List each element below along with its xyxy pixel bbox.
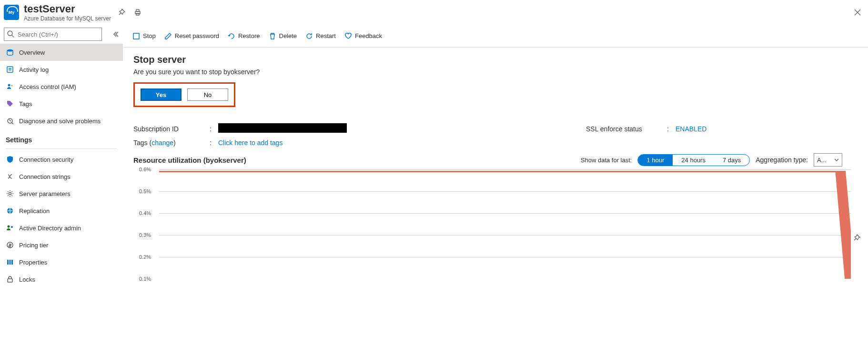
feedback-button[interactable]: Feedback <box>344 32 382 40</box>
restart-button[interactable]: Restart <box>305 32 336 40</box>
properties-icon <box>6 258 14 266</box>
activity-log-icon <box>6 65 14 74</box>
globe-icon <box>6 206 14 215</box>
sidebar-item-label: Properties <box>19 259 47 266</box>
yes-button[interactable]: Yes <box>141 88 182 101</box>
sidebar-group-settings: Settings <box>0 129 123 147</box>
reset-password-button[interactable]: Reset password <box>164 32 219 40</box>
dialog-title: Stop server <box>133 54 858 65</box>
print-icon[interactable] <box>132 7 143 18</box>
sidebar-item-ad-admin[interactable]: Active Directory admin <box>0 219 123 236</box>
sidebar-item-label: Replication <box>19 207 50 215</box>
time-range-pills: 1 hour 24 hours 7 days <box>637 154 750 166</box>
ytick: 0.5% <box>139 188 151 194</box>
ad-admin-icon <box>6 224 14 232</box>
svg-rect-17 <box>8 279 12 282</box>
svg-rect-18 <box>133 33 139 39</box>
add-tags-link[interactable]: Click here to add tags <box>218 139 283 147</box>
svg-rect-1 <box>136 10 139 11</box>
sidebar-item-label: Server parameters <box>19 190 71 197</box>
no-button[interactable]: No <box>187 88 228 101</box>
page-title: testServer <box>24 3 111 15</box>
sidebar-item-locks[interactable]: Locks <box>0 271 123 288</box>
heart-icon <box>344 32 352 40</box>
tool-label: Reset password <box>175 32 219 39</box>
sidebar-item-label: Pricing tier <box>19 242 48 249</box>
search-icon <box>7 30 14 38</box>
ssl-status-link[interactable]: ENABLED <box>676 125 707 133</box>
tool-label: Stop <box>143 32 156 39</box>
mysql-logo-icon: My <box>4 5 19 20</box>
page-header: My testServer Azure Database for MySQL s… <box>0 0 868 25</box>
tool-label: Restart <box>316 32 336 39</box>
close-icon[interactable] <box>852 7 863 18</box>
sidebar-item-pricing-tier[interactable]: Pricing tier <box>0 236 123 254</box>
svg-point-12 <box>11 226 13 228</box>
sidebar-item-properties[interactable]: Properties <box>0 254 123 271</box>
svg-rect-5 <box>7 67 13 72</box>
sidebar-item-label: Activity log <box>19 66 49 73</box>
restore-button[interactable]: Restore <box>228 32 260 40</box>
edit-icon <box>164 32 172 40</box>
restart-icon <box>305 32 313 40</box>
chevron-down-icon <box>834 157 839 162</box>
sidebar-item-tags[interactable]: Tags <box>0 95 123 112</box>
overview-icon <box>6 48 14 57</box>
ytick: 0.1% <box>139 276 151 282</box>
prop-label-tags: Tags (change) <box>133 139 210 147</box>
svg-rect-16 <box>11 260 13 265</box>
stop-button[interactable]: Stop <box>132 32 156 40</box>
gear-icon <box>6 189 14 198</box>
sidebar-item-connection-strings[interactable]: Connection strings <box>0 168 123 185</box>
sidebar-item-connection-security[interactable]: Connection security <box>0 151 123 168</box>
restore-icon <box>228 32 235 40</box>
pricing-icon <box>6 241 14 249</box>
sidebar-item-server-parameters[interactable]: Server parameters <box>0 185 123 202</box>
aggregation-label: Aggregation type: <box>756 156 808 164</box>
lock-icon <box>6 275 14 284</box>
prop-label-subscription-id: Subscription ID <box>133 125 210 133</box>
sidebar-item-label: Overview <box>19 49 45 56</box>
sidebar-item-label: Active Directory admin <box>19 225 81 232</box>
pin-icon[interactable] <box>116 7 127 18</box>
svg-rect-14 <box>7 260 9 265</box>
collapse-sidebar-icon[interactable] <box>111 29 120 39</box>
search-input[interactable] <box>4 28 102 41</box>
sidebar-item-overview[interactable]: Overview <box>0 44 123 61</box>
aggregation-select[interactable]: A... <box>814 153 842 167</box>
stop-icon <box>132 32 140 40</box>
sidebar-item-label: Tags <box>19 100 32 108</box>
subscription-id-redacted <box>218 123 347 133</box>
svg-point-4 <box>7 49 13 52</box>
sidebar-item-label: Diagnose and solve problems <box>19 118 101 125</box>
delete-button[interactable]: Delete <box>269 32 297 40</box>
ytick: 0.6% <box>139 167 151 172</box>
tags-icon <box>6 99 14 108</box>
tags-change-link[interactable]: change <box>151 139 173 147</box>
divider <box>6 148 117 149</box>
access-control-icon <box>6 82 14 91</box>
pill-24-hours[interactable]: 24 hours <box>673 155 714 166</box>
ytick: 0.2% <box>139 254 151 260</box>
shield-icon <box>6 155 14 164</box>
svg-point-3 <box>8 31 12 36</box>
tool-label: Restore <box>238 32 260 39</box>
utilization-chart: 0.6% 0.5% 0.4% 0.3% 0.2% 0.1% <box>139 169 856 279</box>
sidebar-item-activity-log[interactable]: Activity log <box>0 61 123 78</box>
ytick: 0.3% <box>139 232 151 238</box>
sidebar-item-replication[interactable]: Replication <box>0 202 123 219</box>
line-plot <box>159 169 851 279</box>
sidebar: Overview Activity log Access control (IA… <box>0 25 124 344</box>
pill-1-hour[interactable]: 1 hour <box>638 155 673 166</box>
resource-utilization-title: Resource utilization (byokserver) <box>133 156 246 164</box>
tool-label: Delete <box>279 32 297 39</box>
trash-icon <box>269 32 276 40</box>
main-panel: Stop Reset password Restore Delete Resta… <box>124 25 868 344</box>
sidebar-item-label: Locks <box>19 276 35 283</box>
svg-point-6 <box>8 84 10 87</box>
dialog-text: Are you sure you want to stop byokserver… <box>133 68 858 76</box>
pill-7-days[interactable]: 7 days <box>714 155 749 166</box>
sidebar-item-diagnose[interactable]: Diagnose and solve problems <box>0 112 123 129</box>
svg-rect-15 <box>10 260 11 265</box>
sidebar-item-access-control[interactable]: Access control (IAM) <box>0 78 123 95</box>
